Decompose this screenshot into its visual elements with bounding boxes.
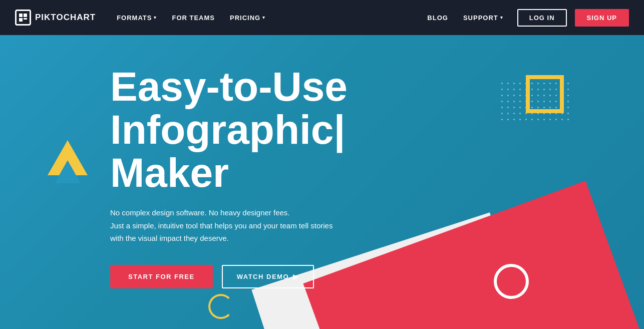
- nav-pricing[interactable]: PRICING ▾: [224, 10, 271, 26]
- dot: [501, 119, 503, 120]
- dot: [513, 107, 515, 108]
- hero-section: Easy-to-Use Infographic| Maker No comple…: [0, 35, 644, 329]
- dot: [519, 119, 521, 120]
- dot: [501, 113, 503, 114]
- nav-right-links: BLOG SUPPORT ▾: [421, 10, 509, 26]
- hero-buttons: START FOR FREE WATCH DEMO ▶: [110, 265, 351, 288]
- signup-button[interactable]: SIGN UP: [575, 9, 629, 27]
- dot: [567, 119, 569, 120]
- dot: [513, 119, 515, 120]
- dot: [567, 89, 569, 90]
- dot: [567, 101, 569, 102]
- logo-text: PIKTOCHART: [35, 13, 96, 23]
- dot: [513, 89, 515, 90]
- dot: [519, 101, 521, 102]
- formats-arrow-icon: ▾: [154, 15, 157, 20]
- dot: [531, 119, 533, 120]
- dot: [519, 95, 521, 96]
- small-circle-decoration: [208, 294, 233, 319]
- svg-rect-0: [19, 14, 23, 17]
- hero-subtitle: No complex design software. No heavy des…: [110, 206, 351, 245]
- dot: [543, 119, 545, 120]
- nav-support[interactable]: SUPPORT ▾: [457, 10, 509, 26]
- start-free-button[interactable]: START FOR FREE: [110, 265, 213, 288]
- dot: [513, 101, 515, 102]
- login-button[interactable]: LOG IN: [517, 9, 567, 27]
- hero-title: Easy-to-Use Infographic| Maker: [110, 65, 351, 194]
- navbar: PIKTOCHART FORMATS ▾ FOR TEAMS PRICING ▾…: [0, 0, 644, 35]
- dot: [519, 113, 521, 114]
- watch-demo-button[interactable]: WATCH DEMO ▶: [222, 265, 314, 288]
- svg-rect-2: [19, 18, 23, 22]
- dot: [507, 95, 509, 96]
- dot: [513, 95, 515, 96]
- dot: [561, 119, 563, 120]
- dot: [519, 83, 521, 84]
- dot: [501, 107, 503, 108]
- dot: [507, 83, 509, 84]
- dot: [549, 119, 551, 120]
- dot: [519, 89, 521, 90]
- nav-right: BLOG SUPPORT ▾ LOG IN SIGN UP: [421, 9, 629, 27]
- nav-blog[interactable]: BLOG: [421, 10, 454, 26]
- nav-left: FORMATS ▾ FOR TEAMS PRICING ▾: [111, 10, 421, 26]
- dot: [567, 107, 569, 108]
- dot: [567, 83, 569, 84]
- dot: [507, 89, 509, 90]
- nav-for-teams[interactable]: FOR TEAMS: [166, 10, 221, 26]
- dot: [501, 95, 503, 96]
- dot: [519, 107, 521, 108]
- dot: [501, 101, 503, 102]
- svg-rect-3: [24, 18, 27, 20]
- hero-content: Easy-to-Use Infographic| Maker No comple…: [0, 65, 451, 288]
- dot: [501, 89, 503, 90]
- support-arrow-icon: ▾: [500, 15, 503, 20]
- dot: [567, 95, 569, 96]
- nav-formats[interactable]: FORMATS ▾: [111, 10, 163, 26]
- dot: [513, 83, 515, 84]
- dot: [525, 119, 527, 120]
- dot: [513, 113, 515, 114]
- logo-icon: [15, 10, 31, 26]
- dot: [507, 101, 509, 102]
- pricing-arrow-icon: ▾: [262, 15, 265, 20]
- large-circle-decoration: [494, 264, 529, 299]
- dot: [501, 83, 503, 84]
- logo[interactable]: PIKTOCHART: [15, 10, 96, 26]
- dot: [555, 119, 557, 120]
- dot: [567, 113, 569, 114]
- demo-play-icon: ▶: [293, 273, 299, 280]
- dot: [507, 107, 509, 108]
- dot: [507, 119, 509, 120]
- square-decoration: [526, 75, 564, 113]
- dot: [507, 113, 509, 114]
- svg-rect-1: [24, 14, 27, 17]
- dot: [537, 119, 539, 120]
